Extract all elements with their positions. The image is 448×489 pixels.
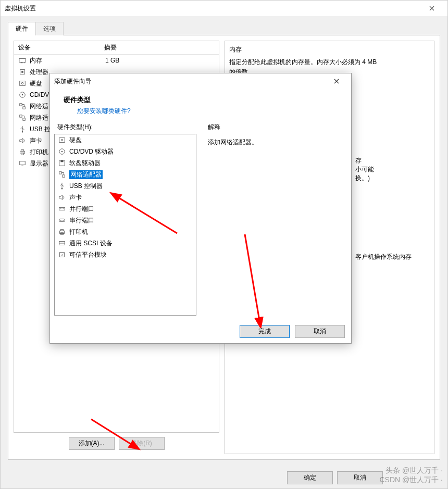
svg-rect-7	[20, 81, 26, 86]
hw-item-label: 硬盘	[69, 136, 82, 145]
svg-rect-0	[19, 59, 26, 62]
title-bar: 虚拟机设置	[1, 1, 447, 16]
peek-text-2: 客户机操作系统内存	[355, 253, 412, 261]
device-summary: 1 GB	[105, 57, 119, 64]
explain-text: 添加网络适配器。	[205, 134, 347, 151]
cd-icon	[58, 147, 66, 156]
explain-label: 解释	[205, 121, 347, 134]
hw-item-label: 可信平台模块	[69, 250, 107, 259]
close-icon	[334, 79, 339, 84]
svg-point-37	[63, 220, 64, 220]
net-icon	[18, 102, 27, 110]
svg-rect-43	[60, 253, 65, 257]
hw-item-sound[interactable]: 声卡	[55, 192, 196, 203]
hw-item-label: 通用 SCSI 设备	[69, 239, 113, 248]
hw-list-label: 硬件类型(H):	[54, 121, 196, 134]
hw-item-label: 网络适配器	[69, 170, 103, 179]
hw-item-disk[interactable]: 硬盘	[55, 134, 196, 146]
hw-item-cd[interactable]: CD/DVD 驱动器	[55, 146, 196, 157]
memory-icon	[18, 56, 27, 65]
hw-item-label: 声卡	[69, 193, 82, 202]
wizard-footer: 完成 取消	[50, 320, 351, 343]
finish-button[interactable]: 完成	[240, 325, 290, 338]
memory-desc-1: 指定分配给此虚拟机的内存量。内存大小必须为 4 MB	[229, 57, 430, 67]
svg-point-35	[60, 220, 61, 220]
serial-icon	[58, 216, 66, 224]
tpm-icon	[58, 250, 66, 259]
wizard-header-title: 硬件类型	[64, 95, 338, 105]
wizard-title-bar: 添加硬件向导	[50, 73, 351, 89]
parallel-icon	[58, 205, 66, 213]
close-button[interactable]	[420, 1, 443, 16]
hw-item-serial[interactable]: 串行端口	[55, 215, 196, 226]
memory-section-title: 内存	[229, 45, 430, 54]
watermark-2: CSDN @世人万千 ·	[379, 475, 443, 485]
svg-rect-11	[20, 104, 22, 106]
disk-icon	[18, 79, 27, 87]
printer-icon	[58, 228, 66, 236]
svg-rect-21	[59, 138, 65, 143]
svg-rect-12	[23, 107, 25, 109]
explain-section: 解释 添加网络适配器。	[205, 121, 347, 316]
svg-point-33	[63, 208, 64, 209]
cancel-button-main[interactable]: 取消	[337, 471, 383, 484]
hw-item-printer[interactable]: 打印机	[55, 226, 196, 237]
device-row[interactable]: 内存1 GB	[14, 55, 219, 66]
hw-item-label: 软盘驱动器	[69, 159, 101, 168]
svg-rect-27	[59, 172, 61, 174]
cpu-icon	[18, 68, 27, 76]
svg-point-36	[61, 220, 62, 220]
svg-point-32	[61, 208, 62, 209]
printer-icon	[18, 148, 27, 156]
display-icon	[18, 159, 27, 168]
svg-rect-6	[21, 71, 23, 73]
close-icon	[429, 6, 434, 11]
window-title: 虚拟机设置	[5, 4, 420, 13]
hw-item-parallel[interactable]: 并行端口	[55, 203, 196, 215]
hw-item-label: 打印机	[69, 228, 88, 236]
wizard-title: 添加硬件向导	[54, 77, 326, 86]
tab-options[interactable]: 选项	[35, 22, 64, 35]
hw-item-usb[interactable]: USB 控制器	[55, 180, 196, 192]
net-icon	[18, 114, 27, 122]
scsi-icon	[58, 239, 66, 247]
watermark-1: 头条 @世人万千 ·	[385, 466, 443, 475]
hw-item-floppy[interactable]: 软盘驱动器	[55, 157, 196, 169]
tab-hardware[interactable]: 硬件	[8, 22, 36, 35]
svg-point-22	[61, 139, 63, 141]
add-button[interactable]: 添加(A)...	[69, 437, 115, 450]
add-remove-row: 添加(A)... 移除(R)	[14, 433, 219, 454]
svg-point-24	[61, 151, 63, 153]
svg-rect-13	[20, 115, 22, 117]
hw-item-label: 串行端口	[69, 216, 94, 225]
header-summary[interactable]: 摘要	[100, 41, 219, 54]
sound-icon	[58, 193, 66, 202]
hw-item-net[interactable]: 网络适配器	[55, 169, 196, 180]
wizard-body: 硬件类型(H): 硬盘CD/DVD 驱动器软盘驱动器网络适配器USB 控制器声卡…	[50, 121, 351, 320]
svg-point-10	[22, 94, 23, 96]
hw-item-scsi[interactable]: 通用 SCSI 设备	[55, 237, 196, 249]
remove-button: 移除(R)	[119, 437, 165, 450]
disk-icon	[58, 136, 66, 144]
svg-rect-14	[23, 118, 25, 120]
svg-rect-19	[20, 161, 26, 165]
hw-list[interactable]: 硬盘CD/DVD 驱动器软盘驱动器网络适配器USB 控制器声卡并行端口串行端口打…	[54, 134, 196, 316]
svg-point-8	[21, 82, 23, 84]
ok-button[interactable]: 确定	[287, 471, 333, 484]
hw-item-label: USB 控制器	[69, 182, 103, 191]
svg-point-29	[61, 188, 63, 190]
device-name: 内存	[30, 56, 105, 65]
svg-rect-28	[63, 175, 65, 177]
wizard-cancel-button[interactable]: 取消	[295, 325, 345, 338]
wizard-header: 硬件类型 您要安装哪类硬件?	[50, 89, 351, 121]
add-hardware-wizard: 添加硬件向导 硬件类型 您要安装哪类硬件? 硬件类型(H): 硬盘CD/DVD …	[49, 73, 352, 344]
hw-item-tpm[interactable]: 可信平台模块	[55, 249, 196, 260]
header-device[interactable]: 设备	[14, 41, 100, 54]
usb-icon	[18, 125, 27, 133]
floppy-icon	[58, 159, 66, 167]
hw-list-section: 硬件类型(H): 硬盘CD/DVD 驱动器软盘驱动器网络适配器USB 控制器声卡…	[54, 121, 196, 316]
hw-item-label: CD/DVD 驱动器	[69, 147, 114, 156]
wizard-close-button[interactable]	[326, 73, 347, 89]
peek-text-1: 存 小可能 换。)	[355, 156, 374, 183]
hw-item-label: 并行端口	[69, 205, 94, 214]
